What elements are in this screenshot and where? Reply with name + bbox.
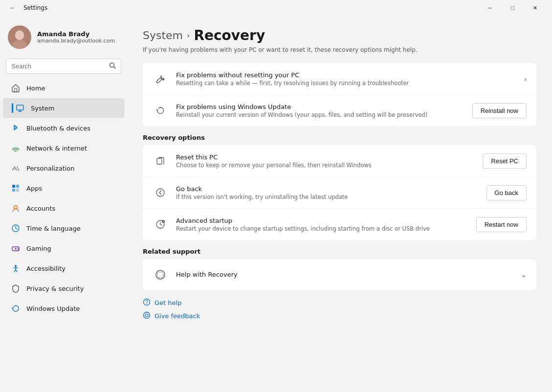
svg-rect-13: [16, 185, 19, 188]
svg-point-21: [18, 248, 19, 249]
sidebar-item-time[interactable]: Time & language: [3, 218, 124, 238]
system-icon: [15, 103, 25, 113]
go-back-button[interactable]: Go back: [486, 185, 527, 200]
breadcrumb: System › Recovery: [143, 27, 536, 44]
breadcrumb-parent: System: [143, 29, 183, 42]
option-go-back: Go back If this version isn't working, t…: [143, 177, 536, 209]
bluetooth-icon: [11, 123, 21, 133]
sidebar-item-home[interactable]: Home: [3, 78, 124, 98]
top-recovery-card: Fix problems without resetting your PC R…: [143, 63, 536, 126]
advanced-startup-title: Advanced startup: [176, 217, 468, 224]
personalization-icon: [11, 163, 21, 173]
svg-point-33: [157, 272, 163, 278]
refresh-icon: [153, 103, 168, 118]
reset-icon: [153, 153, 168, 169]
get-help-label: Get help: [155, 299, 181, 306]
recovery-options-card: Reset this PC Choose to keep or remove y…: [143, 145, 536, 240]
svg-rect-28: [157, 158, 162, 164]
gaming-icon: [11, 243, 21, 253]
breadcrumb-arrow: ›: [187, 31, 190, 40]
sidebar-item-label: Accessibility: [26, 265, 66, 272]
minimize-button[interactable]: ─: [479, 0, 501, 16]
wrench-icon: [153, 71, 168, 87]
help-icon: [153, 267, 168, 283]
titlebar: ← Settings ─ □ ✕: [0, 0, 552, 16]
sidebar-item-bluetooth[interactable]: Bluetooth & devices: [3, 118, 124, 138]
sidebar-item-label: Bluetooth & devices: [26, 125, 90, 132]
advanced-startup-button[interactable]: Restart now: [476, 217, 527, 232]
titlebar-left: ← Settings: [6, 1, 47, 15]
sidebar-item-label: Apps: [26, 185, 42, 192]
reset-pc-desc: Choose to keep or remove your personal f…: [176, 162, 475, 169]
related-support-header: Related support: [143, 248, 536, 255]
sidebar-item-accessibility[interactable]: Accessibility: [3, 259, 124, 278]
search-box[interactable]: [6, 59, 121, 74]
option-advanced-startup: Advanced startup Restart your device to …: [143, 209, 536, 240]
sidebar-item-personalization[interactable]: Personalization: [3, 158, 124, 178]
sidebar-item-label: Network & internet: [26, 145, 87, 152]
go-back-desc: If this version isn't working, try unins…: [176, 194, 479, 200]
help-with-recovery-row[interactable]: Help with Recovery ⌄: [143, 259, 536, 290]
privacy-icon: [11, 283, 21, 293]
give-feedback-link[interactable]: Give feedback: [143, 311, 536, 321]
user-name: Amanda Brady: [37, 30, 115, 38]
advanced-icon: [153, 217, 168, 232]
svg-rect-6: [17, 105, 23, 110]
close-button[interactable]: ✕: [524, 0, 546, 16]
fix-windows-update-title: Fix problems using Windows Update: [176, 103, 464, 110]
fix-no-reset-desc: Resetting can take a while — first, try …: [176, 80, 516, 87]
search-input[interactable]: [11, 63, 105, 70]
sidebar-item-gaming[interactable]: Gaming: [3, 239, 124, 258]
sidebar-item-label: Privacy & security: [26, 285, 84, 292]
svg-line-4: [114, 67, 116, 69]
footer-links: ? Get help Give feedback: [143, 298, 536, 321]
svg-rect-15: [16, 189, 19, 192]
svg-rect-14: [12, 189, 15, 192]
user-section: Amanda Brady amanda.brady@outlook.com: [0, 20, 127, 59]
sidebar-item-network[interactable]: Network & internet: [3, 138, 124, 158]
avatar: [8, 25, 31, 49]
svg-point-29: [156, 189, 164, 196]
main-content: System › Recovery If you're having probl…: [127, 16, 552, 392]
go-back-title: Go back: [176, 185, 479, 193]
breadcrumb-current: Recovery: [194, 27, 265, 44]
sidebar-item-windows-update[interactable]: Windows Update: [3, 299, 124, 318]
get-help-link[interactable]: ? Get help: [143, 298, 536, 307]
goback-icon: [153, 185, 168, 200]
sidebar-item-label: Time & language: [26, 225, 81, 232]
svg-rect-12: [12, 185, 15, 188]
sidebar-item-privacy[interactable]: Privacy & security: [3, 279, 124, 298]
related-support-card: Help with Recovery ⌄: [143, 259, 536, 290]
sidebar-item-label: Accounts: [26, 205, 55, 212]
advanced-startup-desc: Restart your device to change startup se…: [176, 225, 468, 232]
time-icon: [11, 223, 21, 233]
reset-pc-button[interactable]: Reset PC: [483, 153, 527, 169]
give-feedback-label: Give feedback: [155, 312, 200, 320]
svg-point-36: [144, 312, 150, 319]
sidebar-item-label: Windows Update: [26, 305, 80, 312]
sidebar-item-apps[interactable]: Apps: [3, 178, 124, 198]
fix-no-reset-title: Fix problems without resetting your PC: [176, 71, 516, 79]
user-email: amanda.brady@outlook.com: [37, 38, 115, 44]
svg-point-9: [15, 151, 16, 152]
titlebar-title: Settings: [23, 4, 47, 11]
recovery-item-fix-windows-update: Fix problems using Windows Update Reinst…: [143, 95, 536, 126]
reset-pc-title: Reset this PC: [176, 153, 475, 161]
home-icon: [11, 83, 21, 93]
accounts-icon: [11, 203, 21, 213]
accessibility-icon: [11, 263, 21, 273]
sidebar-item-label: Home: [26, 85, 45, 92]
back-button[interactable]: ←: [6, 1, 20, 15]
feedback-icon: [143, 311, 151, 321]
svg-point-23: [15, 265, 17, 267]
sidebar-item-system[interactable]: System: [3, 98, 124, 118]
maximize-button[interactable]: □: [501, 0, 524, 16]
svg-point-37: [145, 314, 148, 317]
user-info: Amanda Brady amanda.brady@outlook.com: [37, 30, 115, 44]
recovery-item-fix-no-reset[interactable]: Fix problems without resetting your PC R…: [143, 63, 536, 95]
fix-no-reset-action: ›: [524, 74, 527, 84]
sidebar-item-accounts[interactable]: Accounts: [3, 198, 124, 218]
svg-rect-5: [15, 88, 17, 92]
help-with-recovery-label: Help with Recovery: [176, 271, 513, 278]
fix-windows-update-button[interactable]: Reinstall now: [472, 103, 527, 118]
